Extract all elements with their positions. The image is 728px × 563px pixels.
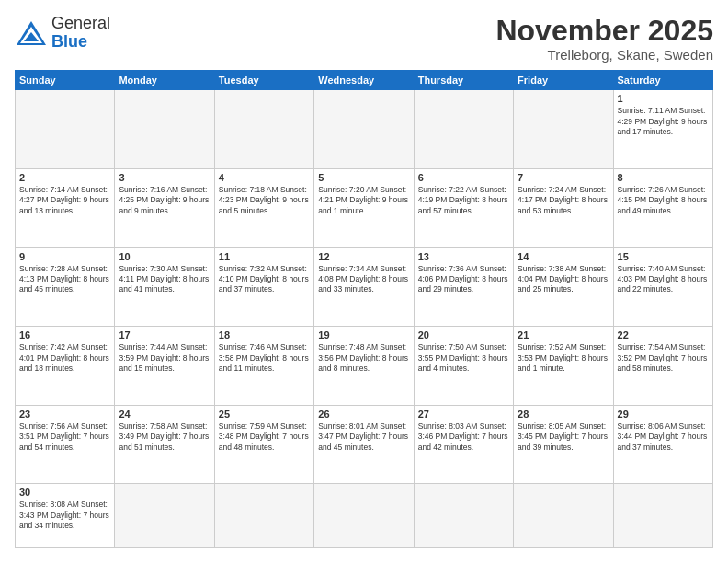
calendar-cell: 1Sunrise: 7:11 AM Sunset: 4:29 PM Daylig…	[613, 90, 712, 169]
day-number: 4	[219, 172, 310, 183]
day-info: Sunrise: 8:01 AM Sunset: 3:47 PM Dayligh…	[318, 421, 409, 453]
day-info: Sunrise: 7:58 AM Sunset: 3:49 PM Dayligh…	[119, 421, 210, 453]
day-number: 13	[418, 251, 509, 262]
day-number: 16	[19, 329, 110, 340]
calendar-cell: 15Sunrise: 7:40 AM Sunset: 4:03 PM Dayli…	[613, 247, 712, 327]
weekday-header-monday: Monday	[115, 71, 214, 90]
day-number: 7	[518, 172, 609, 183]
weekday-header-friday: Friday	[514, 71, 613, 90]
day-number: 23	[19, 408, 110, 419]
day-number: 15	[618, 251, 709, 262]
day-info: Sunrise: 7:24 AM Sunset: 4:17 PM Dayligh…	[518, 185, 609, 216]
calendar-cell	[16, 90, 115, 169]
day-info: Sunrise: 7:30 AM Sunset: 4:11 PM Dayligh…	[119, 264, 210, 295]
weekday-header-sunday: Sunday	[16, 71, 115, 90]
day-info: Sunrise: 7:32 AM Sunset: 4:10 PM Dayligh…	[219, 264, 310, 295]
day-number: 18	[219, 329, 310, 340]
day-number: 8	[618, 172, 709, 183]
day-number: 9	[19, 251, 110, 262]
day-info: Sunrise: 7:36 AM Sunset: 4:06 PM Dayligh…	[418, 264, 509, 295]
calendar-cell: 5Sunrise: 7:20 AM Sunset: 4:21 PM Daylig…	[314, 168, 414, 247]
calendar-cell: 30Sunrise: 8:08 AM Sunset: 3:43 PM Dayli…	[16, 484, 115, 548]
calendar-cell: 2Sunrise: 7:14 AM Sunset: 4:27 PM Daylig…	[16, 168, 115, 247]
day-number: 12	[318, 251, 409, 262]
day-info: Sunrise: 7:38 AM Sunset: 4:04 PM Dayligh…	[518, 264, 609, 295]
day-info: Sunrise: 7:59 AM Sunset: 3:48 PM Dayligh…	[219, 421, 310, 453]
day-info: Sunrise: 7:42 AM Sunset: 4:01 PM Dayligh…	[19, 342, 110, 373]
logo-text: GeneralBlue	[51, 15, 110, 52]
calendar-cell: 16Sunrise: 7:42 AM Sunset: 4:01 PM Dayli…	[16, 327, 115, 406]
day-number: 3	[119, 172, 210, 183]
calendar-cell	[115, 90, 214, 169]
day-number: 22	[618, 329, 709, 340]
day-info: Sunrise: 8:03 AM Sunset: 3:46 PM Dayligh…	[418, 421, 509, 453]
calendar-cell: 8Sunrise: 7:26 AM Sunset: 4:15 PM Daylig…	[613, 168, 712, 247]
calendar-cell: 17Sunrise: 7:44 AM Sunset: 3:59 PM Dayli…	[115, 327, 214, 406]
day-info: Sunrise: 7:56 AM Sunset: 3:51 PM Dayligh…	[19, 421, 110, 453]
day-number: 24	[119, 408, 210, 419]
day-number: 20	[418, 329, 509, 340]
day-info: Sunrise: 7:50 AM Sunset: 3:55 PM Dayligh…	[418, 342, 509, 373]
calendar-cell: 11Sunrise: 7:32 AM Sunset: 4:10 PM Dayli…	[214, 247, 313, 327]
title-section: November 2025 Trelleborg, Skane, Sweden	[495, 15, 713, 63]
day-number: 6	[418, 172, 509, 183]
day-number: 5	[318, 172, 409, 183]
day-number: 10	[119, 251, 210, 262]
day-number: 14	[518, 251, 609, 262]
weekday-header-saturday: Saturday	[613, 71, 712, 90]
weekday-header-wednesday: Wednesday	[314, 71, 414, 90]
day-info: Sunrise: 8:05 AM Sunset: 3:45 PM Dayligh…	[518, 421, 609, 453]
day-number: 30	[19, 487, 110, 498]
calendar-cell	[514, 484, 613, 548]
day-number: 2	[19, 172, 110, 183]
calendar-cell: 22Sunrise: 7:54 AM Sunset: 3:52 PM Dayli…	[613, 327, 712, 406]
day-info: Sunrise: 7:14 AM Sunset: 4:27 PM Dayligh…	[19, 185, 110, 216]
calendar-cell: 21Sunrise: 7:52 AM Sunset: 3:53 PM Dayli…	[514, 327, 613, 406]
day-number: 28	[518, 408, 609, 419]
day-number: 25	[219, 408, 310, 419]
calendar-cell	[314, 90, 414, 169]
day-info: Sunrise: 7:18 AM Sunset: 4:23 PM Dayligh…	[219, 185, 310, 216]
weekday-header-thursday: Thursday	[414, 71, 513, 90]
day-info: Sunrise: 7:26 AM Sunset: 4:15 PM Dayligh…	[618, 185, 709, 216]
day-number: 21	[518, 329, 609, 340]
calendar-cell: 6Sunrise: 7:22 AM Sunset: 4:19 PM Daylig…	[414, 168, 513, 247]
day-info: Sunrise: 7:16 AM Sunset: 4:25 PM Dayligh…	[119, 185, 210, 216]
day-number: 27	[418, 408, 509, 419]
calendar-cell: 7Sunrise: 7:24 AM Sunset: 4:17 PM Daylig…	[514, 168, 613, 247]
day-number: 29	[618, 408, 709, 419]
calendar-cell: 25Sunrise: 7:59 AM Sunset: 3:48 PM Dayli…	[214, 405, 313, 484]
day-info: Sunrise: 7:48 AM Sunset: 3:56 PM Dayligh…	[318, 342, 409, 373]
month-title: November 2025	[495, 15, 713, 47]
day-info: Sunrise: 7:11 AM Sunset: 4:29 PM Dayligh…	[618, 106, 709, 137]
calendar-table: SundayMondayTuesdayWednesdayThursdayFrid…	[15, 70, 713, 548]
day-number: 26	[318, 408, 409, 419]
calendar-cell: 24Sunrise: 7:58 AM Sunset: 3:49 PM Dayli…	[115, 405, 214, 484]
calendar-cell: 19Sunrise: 7:48 AM Sunset: 3:56 PM Dayli…	[314, 327, 414, 406]
calendar-cell: 28Sunrise: 8:05 AM Sunset: 3:45 PM Dayli…	[514, 405, 613, 484]
calendar-cell: 29Sunrise: 8:06 AM Sunset: 3:44 PM Dayli…	[613, 405, 712, 484]
calendar-cell	[613, 484, 712, 548]
calendar-cell: 12Sunrise: 7:34 AM Sunset: 4:08 PM Dayli…	[314, 247, 414, 327]
calendar-cell	[414, 90, 513, 169]
calendar-cell: 18Sunrise: 7:46 AM Sunset: 3:58 PM Dayli…	[214, 327, 313, 406]
calendar-cell: 23Sunrise: 7:56 AM Sunset: 3:51 PM Dayli…	[16, 405, 115, 484]
calendar-cell: 27Sunrise: 8:03 AM Sunset: 3:46 PM Dayli…	[414, 405, 513, 484]
calendar-cell: 13Sunrise: 7:36 AM Sunset: 4:06 PM Dayli…	[414, 247, 513, 327]
day-number: 11	[219, 251, 310, 262]
calendar-cell	[214, 90, 313, 169]
day-number: 1	[618, 93, 709, 104]
calendar-cell: 4Sunrise: 7:18 AM Sunset: 4:23 PM Daylig…	[214, 168, 313, 247]
day-info: Sunrise: 7:22 AM Sunset: 4:19 PM Dayligh…	[418, 185, 509, 216]
calendar-cell: 9Sunrise: 7:28 AM Sunset: 4:13 PM Daylig…	[16, 247, 115, 327]
day-info: Sunrise: 8:06 AM Sunset: 3:44 PM Dayligh…	[618, 421, 709, 453]
location-title: Trelleborg, Skane, Sweden	[495, 47, 713, 63]
day-info: Sunrise: 7:34 AM Sunset: 4:08 PM Dayligh…	[318, 264, 409, 295]
day-info: Sunrise: 7:40 AM Sunset: 4:03 PM Dayligh…	[618, 264, 709, 295]
day-info: Sunrise: 7:54 AM Sunset: 3:52 PM Dayligh…	[618, 342, 709, 373]
calendar-cell	[314, 484, 414, 548]
day-info: Sunrise: 7:52 AM Sunset: 3:53 PM Dayligh…	[518, 342, 609, 373]
day-info: Sunrise: 7:46 AM Sunset: 3:58 PM Dayligh…	[219, 342, 310, 373]
calendar-cell	[115, 484, 214, 548]
calendar-cell	[214, 484, 313, 548]
